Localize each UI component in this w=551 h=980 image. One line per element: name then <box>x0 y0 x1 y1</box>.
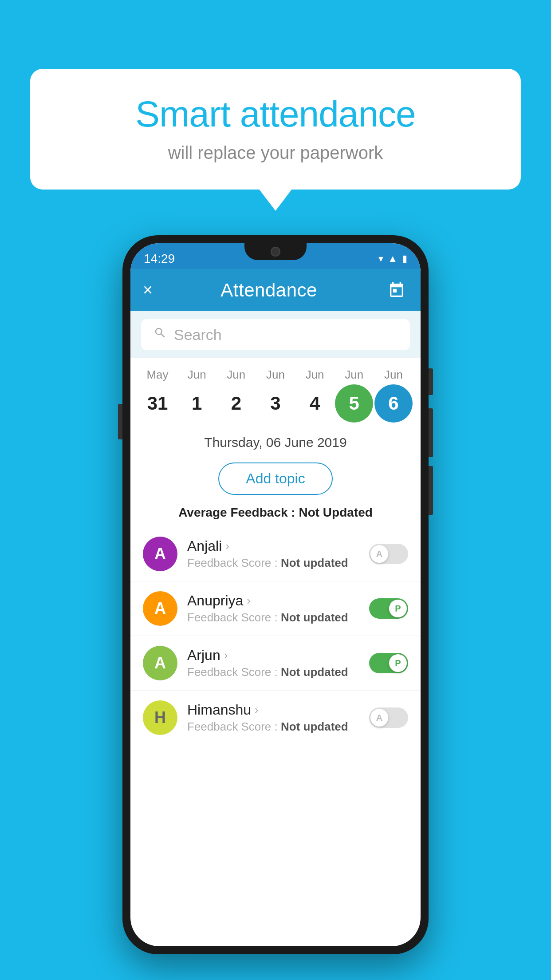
feedback-score-himanshu: Feedback Score : Not updated <box>187 720 359 734</box>
student-item-anjali[interactable]: A Anjali › Feedback Score : Not updated … <box>130 527 421 581</box>
cal-date-1[interactable]: 1 <box>178 384 216 423</box>
status-icons: ▾ ▲ ▮ <box>378 253 407 265</box>
toggle-knob-anjali: A <box>370 545 388 563</box>
calendar-dates: 31 1 2 3 4 5 6 <box>138 384 413 423</box>
student-list: A Anjali › Feedback Score : Not updated … <box>130 527 421 745</box>
toggle-container-anjali[interactable]: A <box>369 544 408 564</box>
cal-month-3[interactable]: Jun <box>256 368 295 382</box>
bubble-title: Smart attendance <box>57 93 494 135</box>
search-bar[interactable]: Search <box>141 319 410 350</box>
cal-month-2[interactable]: Jun <box>217 368 255 382</box>
cal-month-4[interactable]: Jun <box>296 368 334 382</box>
add-topic-button[interactable]: Add topic <box>218 462 332 495</box>
cal-month-6[interactable]: Jun <box>374 368 413 382</box>
speech-bubble-container: Smart attendance will replace your paper… <box>30 69 521 190</box>
attendance-toggle-anjali[interactable]: A <box>369 544 408 564</box>
toggle-knob-arjun: P <box>389 654 407 672</box>
selected-date-display: Thursday, 06 June 2019 <box>130 426 421 454</box>
toggle-knob-himanshu: A <box>370 709 388 727</box>
app-bar: × Attendance <box>130 269 421 311</box>
speech-bubble: Smart attendance will replace your paper… <box>30 69 521 190</box>
attendance-toggle-himanshu[interactable]: A <box>369 707 408 728</box>
phone-container: 14:29 ▾ ▲ ▮ × Attendance <box>122 235 429 954</box>
battery-icon: ▮ <box>402 253 407 265</box>
chevron-icon: › <box>225 539 229 553</box>
calendar-strip: May Jun Jun Jun Jun Jun Jun 31 1 2 3 4 5… <box>130 358 421 426</box>
cal-date-3[interactable]: 3 <box>256 384 295 423</box>
student-item-himanshu[interactable]: H Himanshu › Feedback Score : Not update… <box>130 691 421 745</box>
avg-feedback-label: Average Feedback : <box>178 506 299 519</box>
feedback-score-arjun: Feedback Score : Not updated <box>187 665 359 679</box>
chevron-icon: › <box>255 703 259 717</box>
cal-date-6-selected[interactable]: 6 <box>374 384 413 423</box>
student-item-anupriya[interactable]: A Anupriya › Feedback Score : Not update… <box>130 581 421 636</box>
status-time: 14:29 <box>144 252 175 266</box>
phone-screen: 14:29 ▾ ▲ ▮ × Attendance <box>130 243 421 946</box>
avg-feedback-value: Not Updated <box>299 506 372 519</box>
chevron-icon: › <box>247 594 251 608</box>
search-icon <box>153 326 167 343</box>
cal-date-31[interactable]: 31 <box>138 384 177 423</box>
search-container: Search <box>130 311 421 358</box>
cal-date-4[interactable]: 4 <box>296 384 334 423</box>
side-button-volume-down <box>429 466 433 515</box>
avg-feedback: Average Feedback : Not Updated <box>130 502 421 527</box>
student-info-arjun: Arjun › Feedback Score : Not updated <box>187 647 359 679</box>
feedback-score-anjali: Feedback Score : Not updated <box>187 556 359 570</box>
attendance-toggle-arjun[interactable]: P <box>369 653 408 673</box>
calendar-icon[interactable] <box>385 279 408 302</box>
side-button-power <box>429 368 433 395</box>
student-name-anjali: Anjali › <box>187 538 359 554</box>
side-button-volume-up <box>429 408 433 457</box>
app-bar-title: Attendance <box>220 280 317 301</box>
avatar-himanshu: H <box>143 700 177 735</box>
student-name-himanshu: Himanshu › <box>187 702 359 718</box>
cal-date-5-today[interactable]: 5 <box>335 384 373 423</box>
add-topic-container: Add topic <box>130 454 421 502</box>
feedback-score-anupriya: Feedback Score : Not updated <box>187 611 359 624</box>
close-icon[interactable]: × <box>143 281 153 300</box>
avatar-anjali: A <box>143 537 177 571</box>
cal-month-0[interactable]: May <box>138 368 177 382</box>
toggle-knob-anupriya: P <box>389 600 407 617</box>
student-info-anjali: Anjali › Feedback Score : Not updated <box>187 538 359 570</box>
cal-month-1[interactable]: Jun <box>178 368 216 382</box>
signal-icon: ▲ <box>388 253 398 265</box>
avatar-arjun: A <box>143 646 177 680</box>
student-name-anupriya: Anupriya › <box>187 593 359 609</box>
student-name-arjun: Arjun › <box>187 647 359 664</box>
calendar-months: May Jun Jun Jun Jun Jun Jun <box>138 368 413 382</box>
cal-date-2[interactable]: 2 <box>217 384 255 423</box>
side-button-volume <box>118 404 122 439</box>
phone-notch <box>244 243 307 260</box>
attendance-toggle-anupriya[interactable]: P <box>369 598 408 619</box>
toggle-container-himanshu[interactable]: A <box>369 707 408 728</box>
student-info-anupriya: Anupriya › Feedback Score : Not updated <box>187 593 359 624</box>
wifi-icon: ▾ <box>378 253 383 265</box>
cal-month-5[interactable]: Jun <box>335 368 373 382</box>
toggle-container-arjun[interactable]: P <box>369 653 408 673</box>
search-input[interactable]: Search <box>174 326 222 344</box>
bubble-subtitle: will replace your paperwork <box>57 143 494 163</box>
avatar-anupriya: A <box>143 591 177 626</box>
front-camera <box>271 247 280 257</box>
student-item-arjun[interactable]: A Arjun › Feedback Score : Not updated P <box>130 636 421 691</box>
chevron-icon: › <box>224 648 228 662</box>
toggle-container-anupriya[interactable]: P <box>369 598 408 619</box>
phone-outer: 14:29 ▾ ▲ ▮ × Attendance <box>122 235 429 954</box>
student-info-himanshu: Himanshu › Feedback Score : Not updated <box>187 702 359 734</box>
